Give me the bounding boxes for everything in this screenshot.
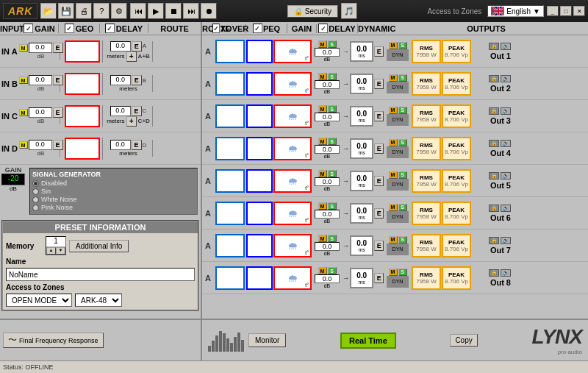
ch2-gain-val[interactable]: 0.0 — [315, 80, 340, 89]
copy-btn[interactable]: Copy — [450, 334, 477, 347]
gain-checkbox[interactable]: ✓ — [24, 24, 33, 33]
ch6-delay-e-btn[interactable]: E — [374, 208, 384, 219]
ch2-route-box[interactable] — [215, 72, 245, 96]
ch8-dyn-m-btn[interactable]: M — [389, 269, 398, 276]
ch8-rms-box[interactable]: RMS 7958 W — [412, 266, 441, 290]
save-button[interactable]: 💾 — [58, 3, 74, 19]
security-button[interactable]: 🔒 Security — [287, 5, 338, 18]
ch7-speaker-icon[interactable]: 🔊 — [501, 237, 511, 244]
ch4-peq-box[interactable]: 🌧 t° — [273, 137, 312, 160]
ch6-dyn-m-btn[interactable]: M — [389, 204, 398, 211]
ch4-dyn-m-btn[interactable]: M — [389, 139, 398, 146]
ch8-route-box[interactable] — [215, 266, 245, 290]
ch8-delay-e-btn[interactable]: E — [374, 273, 384, 283]
maximize-button[interactable]: □ — [560, 6, 572, 16]
input-b-delay-edit[interactable]: E — [132, 75, 142, 85]
ch1-peq-box[interactable]: 🌧 t° — [273, 40, 312, 63]
spin-up-btn[interactable]: ▲ — [46, 247, 56, 255]
ch8-s-btn[interactable]: S — [328, 267, 337, 274]
input-a-gain-val[interactable]: 0.0 — [29, 43, 52, 53]
ch6-speaker-icon[interactable]: 🔊 — [501, 205, 511, 212]
ch6-gain-val[interactable]: 0.0 — [315, 210, 340, 219]
ch4-route-box[interactable] — [215, 137, 245, 160]
play-button[interactable]: ▶ — [148, 3, 164, 19]
ch2-peak-box[interactable]: PEAK 8.706 Vp — [442, 72, 471, 96]
ch5-dyn-m-btn[interactable]: M — [389, 171, 398, 179]
spin-down-btn[interactable]: ▼ — [56, 247, 65, 255]
input-a-geo-box[interactable] — [65, 40, 100, 63]
ch7-rms-box[interactable]: RMS 7958 W — [412, 234, 441, 257]
ch7-peq-box[interactable]: 🌧 t° — [273, 234, 312, 257]
ch3-dyn-s-btn[interactable]: S — [398, 107, 407, 114]
ch7-dyn-m-btn[interactable]: M — [389, 236, 398, 244]
ch2-delay-e-btn[interactable]: E — [374, 79, 384, 89]
ch5-peq-box[interactable]: 🌧 t° — [273, 169, 312, 193]
open-button[interactable]: 📂 — [40, 3, 57, 19]
xover-checkbox[interactable]: ✓ — [212, 24, 220, 33]
sig-gen-white[interactable]: White Noise — [32, 196, 195, 203]
ch5-dyn-box[interactable]: DYN — [387, 179, 409, 191]
ch6-dyn-box[interactable]: DYN — [387, 211, 409, 223]
ch5-delay-box[interactable]: 0.0 ms — [350, 171, 373, 191]
ch6-m-btn[interactable]: M — [318, 202, 327, 210]
ch1-route-box[interactable] — [215, 40, 245, 63]
ch4-lock-icon[interactable]: 🔒 — [489, 140, 499, 147]
ch5-dyn-s-btn[interactable]: S — [398, 171, 407, 179]
ch3-rms-box[interactable]: RMS 7958 W — [412, 104, 441, 128]
sig-gen-sin-radio[interactable] — [32, 188, 39, 195]
input-c-geo-box[interactable] — [65, 105, 100, 127]
sig-gen-pink[interactable]: Pink Noise — [32, 204, 195, 211]
help-button[interactable]: ? — [93, 3, 110, 19]
ch8-dyn-s-btn[interactable]: S — [398, 269, 407, 276]
ch5-route-box[interactable] — [215, 169, 245, 193]
input-d-delay-val[interactable]: 0.0 — [110, 140, 131, 150]
ch5-delay-e-btn[interactable]: E — [374, 176, 384, 186]
ch8-delay-box[interactable]: 0.0 ms — [350, 268, 373, 288]
ch1-rms-box[interactable]: RMS 7958 W — [412, 40, 441, 63]
ch3-peak-box[interactable]: PEAK 8.706 Vp — [442, 104, 471, 128]
next-button[interactable]: ⏭ — [183, 3, 199, 19]
ch4-gain-val[interactable]: 0.0 — [315, 145, 340, 154]
input-b-delay-val[interactable]: 0.0 — [110, 75, 131, 85]
ch5-peak-box[interactable]: PEAK 8.706 Vp — [442, 169, 471, 193]
ch7-delay-e-btn[interactable]: E — [374, 241, 384, 251]
ch7-delay-box[interactable]: 0.0 ms — [350, 235, 373, 256]
ch1-xover-box[interactable] — [246, 40, 273, 63]
ch3-dyn-m-btn[interactable]: M — [389, 107, 398, 114]
ch3-delay-box[interactable]: 0.0 ms — [350, 106, 373, 127]
ch1-speaker-icon[interactable]: 🔊 — [501, 43, 511, 50]
input-a-delay-val[interactable]: 0.0 — [110, 41, 131, 51]
ch6-rms-box[interactable]: RMS 7958 W — [412, 202, 441, 225]
input-c-mute-btn[interactable]: M — [19, 109, 28, 116]
ch7-peak-box[interactable]: PEAK 8.706 Vp — [442, 234, 471, 257]
ch3-peq-box[interactable]: 🌧 t° — [273, 104, 312, 128]
ch8-speaker-icon[interactable]: 🔊 — [501, 269, 511, 277]
language-selector[interactable]: English ▼ — [487, 5, 544, 17]
sig-gen-disabled[interactable]: Disabled — [32, 180, 195, 187]
ch3-m-btn[interactable]: M — [318, 105, 327, 113]
ch6-dyn-s-btn[interactable]: S — [398, 204, 407, 211]
ch8-lock-icon[interactable]: 🔒 — [489, 269, 499, 277]
input-c-cd-btn[interactable]: + — [126, 116, 137, 127]
ch3-route-box[interactable] — [215, 104, 245, 128]
input-d-geo-box[interactable] — [65, 138, 100, 160]
name-input[interactable] — [6, 268, 195, 281]
ch3-delay-e-btn[interactable]: E — [374, 111, 384, 121]
ch2-s-btn[interactable]: S — [328, 73, 337, 80]
ch1-dyn-s-btn[interactable]: S — [398, 42, 407, 49]
ch6-peak-box[interactable]: PEAK 8.706 Vp — [442, 202, 471, 225]
ch4-s-btn[interactable]: S — [328, 138, 337, 145]
realtime-btn[interactable]: Real Time — [340, 333, 396, 349]
ch3-speaker-icon[interactable]: 🔊 — [501, 107, 511, 115]
input-c-delay-val[interactable]: 0.0 — [110, 106, 131, 116]
ch7-route-box[interactable] — [215, 234, 245, 257]
prev-button[interactable]: ⏮ — [130, 3, 146, 19]
ch1-delay-box[interactable]: 0.0 ms — [350, 41, 373, 62]
ch2-dyn-s-btn[interactable]: S — [398, 74, 407, 82]
access-mode-dropdown[interactable]: OPEN MODE — [6, 294, 72, 307]
ch6-peq-box[interactable]: 🌧 t° — [273, 202, 312, 225]
ch2-lock-icon[interactable]: 🔒 — [489, 75, 499, 82]
ch6-delay-box[interactable]: 0.0 ms — [350, 203, 373, 224]
input-a-delay-edit[interactable]: E — [132, 41, 142, 51]
ch5-m-btn[interactable]: M — [318, 170, 327, 177]
